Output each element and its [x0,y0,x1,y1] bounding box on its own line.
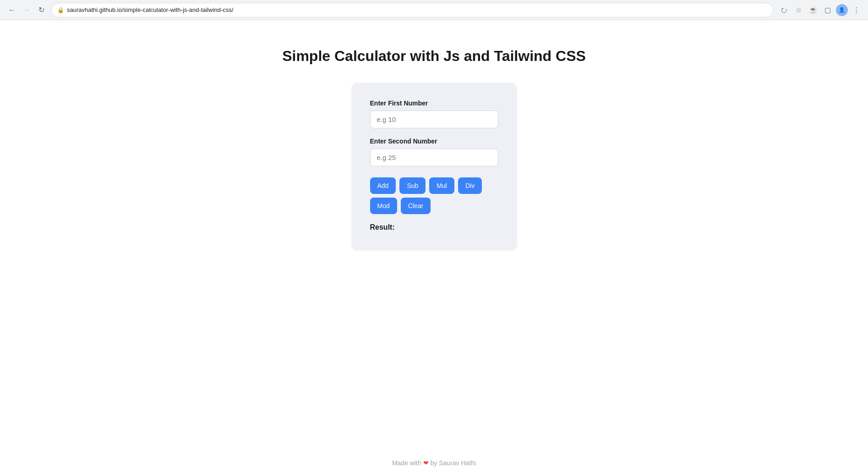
footer-text-after: by Saurav Hathi [430,459,476,467]
add-button[interactable]: Add [370,177,396,194]
clear-button[interactable]: Clear [401,198,431,214]
div-button[interactable]: Div [458,177,482,194]
calculator-card: Enter First Number Enter Second Number A… [352,83,517,250]
reload-button[interactable]: ↻ [35,4,48,17]
menu-button[interactable]: ⋮ [850,4,863,17]
url-text: sauravhathi.github.io/simple-calculator-… [67,6,768,13]
operation-buttons: Add Sub Mul Div Mod Clear [370,177,498,214]
heart-icon: ❤ [423,459,429,467]
footer-text-before: Made with [392,459,421,467]
avatar[interactable]: 👤 [836,4,848,16]
page-footer: Made with ❤ by Saurav Hathi [0,452,868,474]
browser-chrome: ← → ↻ 🔒 sauravhathi.github.io/simple-cal… [0,0,868,20]
bookmark-button[interactable]: ☆ [792,4,805,17]
sub-button[interactable]: Sub [399,177,426,194]
share-button[interactable]: ⭮ [777,4,790,17]
mod-button[interactable]: Mod [370,198,397,214]
page-content: Simple Calculator with Js and Tailwind C… [0,20,868,452]
lock-icon: 🔒 [57,7,64,13]
back-button[interactable]: ← [5,4,18,17]
second-number-input[interactable] [370,149,498,166]
forward-button[interactable]: → [20,4,33,17]
result-area: Result: [370,223,498,231]
first-number-label: Enter First Number [370,99,498,107]
browser-actions: ⭮ ☆ ☕ ▢ 👤 ⋮ [777,4,863,17]
first-number-group: Enter First Number [370,99,498,128]
mul-button[interactable]: Mul [429,177,454,194]
browser-nav-buttons: ← → ↻ [5,4,48,17]
page-title: Simple Calculator with Js and Tailwind C… [282,48,586,65]
extensions-button[interactable]: ☕ [807,4,819,17]
result-label: Result: [370,223,395,231]
tab-button[interactable]: ▢ [821,4,834,17]
first-number-input[interactable] [370,110,498,128]
second-number-group: Enter Second Number [370,138,498,166]
second-number-label: Enter Second Number [370,138,498,145]
address-bar[interactable]: 🔒 sauravhathi.github.io/simple-calculato… [51,3,774,17]
